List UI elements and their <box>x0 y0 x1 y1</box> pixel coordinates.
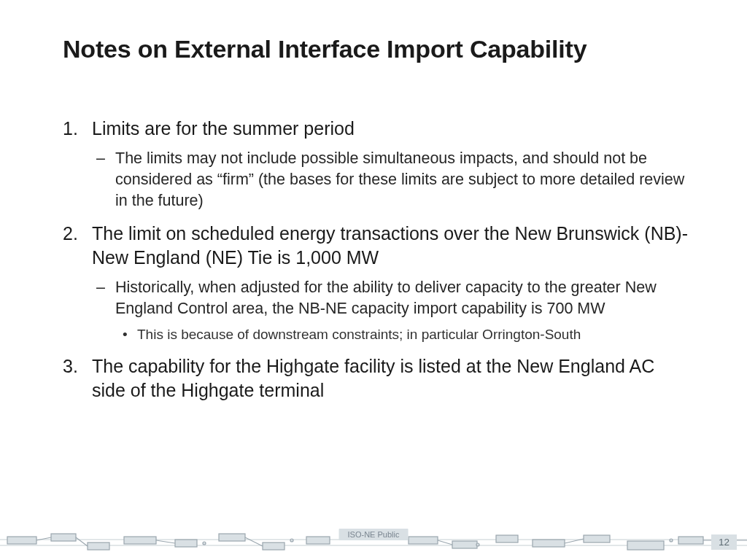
svg-rect-4 <box>88 542 109 550</box>
list-item: Historically, when adjusted for the abil… <box>92 277 689 344</box>
svg-rect-15 <box>627 541 664 550</box>
svg-rect-13 <box>533 540 565 547</box>
svg-line-21 <box>438 540 452 545</box>
dash-list: Historically, when adjusted for the abil… <box>92 277 689 344</box>
svg-rect-12 <box>496 535 518 542</box>
list-item-text: The limits may not include possible simu… <box>115 149 684 209</box>
svg-rect-11 <box>452 541 477 548</box>
svg-point-24 <box>203 542 206 545</box>
bullet-list: This is because of downstream constraint… <box>115 325 689 344</box>
list-item-text: This is because of downstream constraint… <box>137 327 581 342</box>
svg-line-19 <box>156 540 175 543</box>
page-number: 12 <box>711 534 737 550</box>
svg-point-27 <box>670 539 673 542</box>
svg-rect-7 <box>219 534 245 541</box>
svg-point-25 <box>290 539 293 542</box>
list-item: This is because of downstream constraint… <box>115 325 689 344</box>
svg-rect-5 <box>124 537 156 544</box>
list-item: The limit on scheduled energy transactio… <box>63 222 689 344</box>
list-item-text: Limits are for the summer period <box>92 118 355 139</box>
svg-rect-10 <box>409 537 438 544</box>
list-item: The limits may not include possible simu… <box>92 148 689 211</box>
svg-line-20 <box>245 537 263 546</box>
svg-rect-6 <box>175 540 197 547</box>
footer-label: ISO-NE Public <box>339 529 409 540</box>
svg-rect-16 <box>678 537 703 544</box>
list-item: Limits are for the summer period The lim… <box>63 117 689 211</box>
svg-rect-9 <box>306 537 330 544</box>
slide-content: Limits are for the summer period The lim… <box>63 117 689 413</box>
svg-line-18 <box>76 537 88 546</box>
list-item-text: The limit on scheduled energy transactio… <box>92 223 688 268</box>
svg-rect-3 <box>51 534 76 541</box>
list-item: The capability for the Highgate facility… <box>63 354 689 402</box>
numbered-list: Limits are for the summer period The lim… <box>63 117 689 402</box>
svg-rect-14 <box>584 535 610 542</box>
dash-list: The limits may not include possible simu… <box>92 148 689 211</box>
list-item-text: Historically, when adjusted for the abil… <box>115 279 657 317</box>
svg-rect-2 <box>7 537 36 544</box>
svg-point-26 <box>476 543 479 546</box>
svg-rect-8 <box>263 542 285 550</box>
list-item-text: The capability for the Highgate facility… <box>92 356 654 400</box>
slide-title: Notes on External Interface Import Capab… <box>63 35 689 63</box>
slide: Notes on External Interface Import Capab… <box>0 0 747 560</box>
